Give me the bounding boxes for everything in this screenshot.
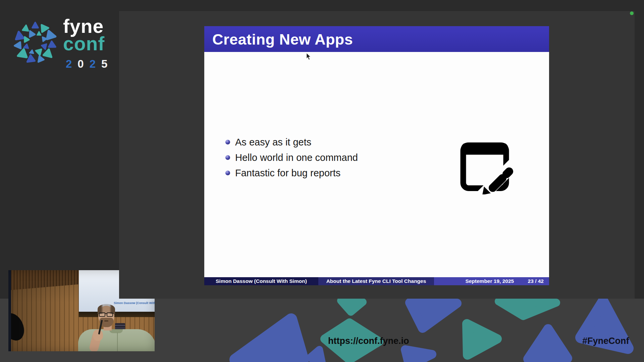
footline-date: September 19, 2025	[455, 278, 524, 284]
speaker-torso	[78, 329, 155, 351]
webcam-left-edge	[8, 270, 11, 351]
bullet-item: As easy as it gets	[204, 134, 358, 150]
slide-title-bar: Creating New Apps	[204, 26, 549, 52]
bullet-item: Hello world in one command	[204, 150, 358, 165]
projection-screen-shadow	[79, 312, 155, 317]
footline-date-page: September 19, 2025 23 / 42	[434, 277, 549, 285]
speaker-neck	[104, 324, 112, 330]
bullet-text: As easy as it gets	[235, 137, 311, 147]
recording-indicator-dot	[630, 11, 634, 15]
stream-frame: fyne conf 2025 https://conf.fyne.io #Fyn…	[0, 0, 644, 362]
footline-slide-number: 23 / 42	[528, 278, 544, 284]
speaker-glasses	[99, 312, 114, 317]
logo-word-fyne: fyne	[63, 17, 105, 35]
slide-footline: Simon Dassow (Consult With Simon) About …	[204, 277, 549, 285]
speaker-beard	[100, 318, 113, 327]
logo-word-conf: conf	[63, 35, 105, 52]
fyneconf-logo: fyne conf 2025	[10, 14, 115, 78]
presentation-slide: Creating New Apps As easy as it gets Hel…	[204, 26, 549, 285]
wood-slat-panel	[8, 270, 79, 290]
logo-year: 2025	[66, 58, 113, 70]
screen-share-panel: Creating New Apps As easy as it gets Hel…	[119, 11, 635, 299]
slide-bullet-list: As easy as it gets Hello world in one co…	[204, 134, 358, 181]
bullet-icon	[225, 140, 230, 144]
footline-author: Simon Dassow (Consult With Simon)	[204, 277, 318, 285]
slide-title: Creating New Apps	[212, 31, 353, 48]
projected-footer-text: Simon Dassow (Consult With Simo	[114, 301, 155, 305]
bullet-icon	[225, 155, 230, 160]
speaker-arm	[89, 331, 102, 351]
bullet-text: Hello world in one command	[235, 152, 358, 163]
window-edit-icon	[460, 141, 517, 194]
bullet-icon	[225, 171, 230, 175]
speaker-hair	[98, 304, 115, 314]
bullet-text: Fantastic for bug reports	[235, 168, 340, 178]
bullet-item: Fantastic for bug reports	[204, 165, 358, 181]
microphone-icon	[8, 309, 28, 344]
logo-wordmark: fyne conf	[63, 17, 105, 52]
mouse-cursor-icon	[306, 53, 311, 60]
speaker-hand	[93, 329, 103, 341]
pen-icon	[98, 320, 103, 335]
footline-talk-title: About the Latest Fyne CLI Tool Changes	[318, 277, 434, 285]
logo-triangle-ring-icon	[10, 19, 60, 72]
speaker-head	[98, 306, 114, 326]
conference-url: https://conf.fyne.io	[328, 336, 409, 346]
wall-plaque	[115, 323, 125, 332]
conference-hashtag: #FyneConf	[582, 336, 629, 346]
